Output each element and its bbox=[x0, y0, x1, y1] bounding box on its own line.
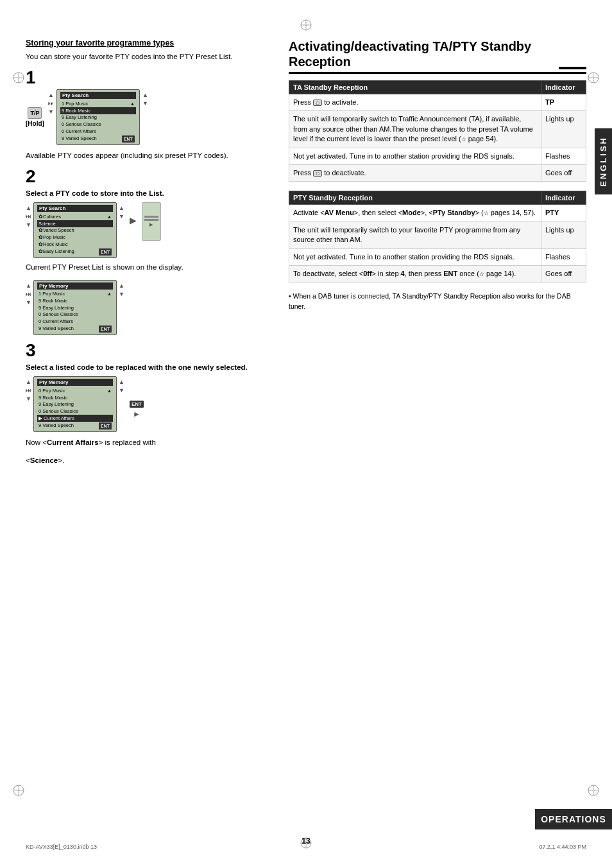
step2-lcd3-side: ▲ ⏭ ▼ bbox=[26, 280, 31, 306]
step3-wrapper: ▲ ⏭ ▼ Pty Memory 0 Pop Music ▲ 9 Rock Mu… bbox=[26, 376, 276, 432]
s3-up: ▲ bbox=[26, 282, 31, 289]
ref-icon2: ☆ bbox=[484, 210, 489, 216]
table2-col1-header: PTY Standby Reception bbox=[289, 191, 541, 205]
m-up2: ▲ bbox=[119, 282, 124, 289]
m-row6: 9 Varied Speech ENT bbox=[37, 325, 113, 333]
lcd-last-item: 9 Varied Speech bbox=[62, 135, 97, 142]
step2-number: 2 bbox=[26, 168, 276, 186]
step2-lcd1: Pty Search ✿Cultures ▲ Science ✿Varied S… bbox=[33, 202, 117, 258]
table-row: Not yet activated. Tune in to another st… bbox=[289, 148, 586, 164]
s2-row5: ✿Rock Music bbox=[37, 241, 113, 248]
step3-lcd: Pty Memory 0 Pop Music ▲ 9 Rock Music 9 … bbox=[33, 376, 117, 432]
m-dn2: ▼ bbox=[119, 291, 124, 297]
m-last: 9 Varied Speech bbox=[38, 326, 74, 332]
s2-ent: ENT bbox=[99, 248, 112, 256]
table1-col2-header: Indicator bbox=[541, 81, 586, 94]
step1-lcd-screen: Pty Search 1 Pop Music ▲ 9 Rock Music 9 … bbox=[56, 89, 140, 145]
ta-row3-indicator: Flashes bbox=[541, 148, 586, 164]
operations-badge: OPERATIONS bbox=[535, 809, 612, 829]
s2-row3: ✿Varied Speech bbox=[37, 227, 113, 234]
s2-scroll: ▲ bbox=[107, 214, 112, 220]
step3-forward-arrow: ► bbox=[133, 410, 140, 419]
left-column: Storing your favorite programme types Yo… bbox=[26, 39, 276, 473]
s3-ff: ⏭ bbox=[26, 291, 31, 297]
section-title: Storing your favorite programme types bbox=[26, 39, 276, 48]
page-container: ENGLISH Storing your favorite programme … bbox=[0, 0, 612, 868]
ta-row1-indicator: TP bbox=[541, 94, 586, 111]
step3-lcd-area: ▲ ⏭ ▼ Pty Memory 0 Pop Music ▲ 9 Rock Mu… bbox=[26, 376, 124, 432]
ta-row2-indicator: Lights up bbox=[541, 111, 586, 148]
pty-standby-table: PTY Standby Reception Indicator Activate… bbox=[289, 191, 586, 282]
ent-button-label: ENT bbox=[122, 135, 135, 143]
bullet-note: When a DAB tuner is connected, TA Standb… bbox=[289, 291, 586, 312]
section-intro: You can store your favorite PTY codes in… bbox=[26, 51, 276, 62]
step2-lcd2-small: ▶ bbox=[142, 202, 161, 241]
step3-lcd-title: Pty Memory bbox=[37, 379, 113, 386]
scroll-down-icon: ▼ bbox=[48, 108, 54, 115]
step2-ff-icon: ⏭ bbox=[26, 213, 31, 220]
step3-dn: ▼ bbox=[26, 395, 31, 402]
s3m-row5-sel: ▶ Current Affairs bbox=[37, 415, 113, 422]
pty-row3-indicator: Flashes bbox=[541, 248, 586, 265]
reg-mark-right-bottom bbox=[586, 783, 600, 797]
page-number: 13 bbox=[302, 837, 310, 846]
step3-number: 3 bbox=[26, 342, 276, 360]
s2-row6: ✿Easy Listening ENT bbox=[37, 248, 113, 256]
footer-left: KD-AVX33[E]_0130.indb 13 bbox=[26, 844, 97, 850]
step2-lcd1-title: Pty Search bbox=[37, 205, 113, 212]
lcd-row-1: 1 Pop Music ▲ bbox=[60, 100, 136, 107]
footer-right: 07.2.1 4:44:03 PM bbox=[539, 844, 586, 850]
s2-row2-sel: Science bbox=[37, 220, 113, 227]
table-row: The unit will temporarily switch to your… bbox=[289, 221, 586, 248]
step3-ent-badge: ENT bbox=[130, 401, 144, 408]
s3m-row6: 9 Varied Speech ENT bbox=[37, 422, 113, 430]
s2-row1: ✿Cultures ▲ bbox=[37, 213, 113, 220]
step2-lcd3: Pty Memory 1 Pop Music ▲ 9 Rock Music 9 … bbox=[33, 280, 117, 336]
reg-mark-right-top bbox=[586, 71, 600, 85]
s2-last: ✿Easy Listening bbox=[38, 248, 74, 255]
table-row: Activate <AV Menu>, then select <Mode>, … bbox=[289, 205, 586, 221]
step1-lcd-title: Pty Search bbox=[60, 92, 136, 99]
tp-button[interactable]: T/P bbox=[28, 107, 42, 119]
step3-arrow-ent: ENT ► bbox=[130, 390, 144, 419]
step2-lcd3-right: ▲ ▼ bbox=[119, 280, 124, 297]
table-row: To deactivate, select <0ff> in step 4, t… bbox=[289, 265, 586, 282]
s3m-scroll: ▲ bbox=[107, 388, 112, 394]
lcd-row-5: 0 Current Affairs bbox=[60, 128, 136, 135]
m-row2: 9 Rock Music bbox=[37, 297, 113, 304]
s3m-row2: 9 Rock Music bbox=[37, 394, 113, 401]
step2-down-icon: ▼ bbox=[26, 221, 31, 228]
step2-note: Current PTY Preset List is shown on the … bbox=[26, 262, 276, 273]
step2-lcd-wrapper: ▲ ⏭ ▼ Pty Search ✿Cultures ▲ Science ✿Va… bbox=[26, 202, 276, 258]
ta-row1-desc: Press □ to activate. bbox=[289, 94, 541, 111]
main-content: Storing your favorite programme types Yo… bbox=[26, 32, 586, 473]
heading-text: Activating/deactivating TA/PTY Standby R… bbox=[289, 39, 552, 69]
m-row5: 0 Current Affairs bbox=[37, 318, 113, 326]
step1-device: T/P [Hold] ▲ ⏭ ▼ Pty Search 1 Pop Music … bbox=[26, 89, 276, 145]
step1-tp-button-area: T/P [Hold] bbox=[26, 107, 44, 127]
step3-up2: ▲ bbox=[119, 379, 124, 385]
s3m-last: 9 Varied Speech bbox=[38, 422, 74, 429]
table-row: Press □ to activate. TP bbox=[289, 94, 586, 111]
table1-col1-header: TA Standby Reception bbox=[289, 81, 541, 94]
pty-row2-desc: The unit will temporarily switch to your… bbox=[289, 221, 541, 248]
ta-row3-desc: Not yet activated. Tune in to another st… bbox=[289, 148, 541, 164]
s2-row4: ✿Pop Music bbox=[37, 234, 113, 241]
reg-mark-left-top bbox=[12, 71, 26, 85]
step3-side: ▲ ⏭ ▼ bbox=[26, 376, 31, 402]
tp-button-icon: □ bbox=[313, 100, 322, 106]
ta-row4-desc: Press □ to deactivate. bbox=[289, 164, 541, 181]
ta-row4-indicator: Goes off bbox=[541, 164, 586, 181]
ref-icon: ☆ bbox=[461, 136, 466, 143]
pty-row4-indicator: Goes off bbox=[541, 265, 586, 282]
pty-row4-desc: To deactivate, select <0ff> in step 4, t… bbox=[289, 265, 541, 282]
m-scroll: ▲ bbox=[107, 291, 112, 297]
lcd-row-4: 0 Serious Classics bbox=[60, 121, 136, 128]
lcd-row-3: 9 Easy Listening bbox=[60, 114, 136, 121]
english-sidebar: ENGLISH bbox=[595, 128, 612, 195]
table2-header-row: PTY Standby Reception Indicator bbox=[289, 191, 586, 205]
tp-label: T/P bbox=[30, 110, 39, 116]
right-column: Activating/deactivating TA/PTY Standby R… bbox=[289, 39, 586, 473]
m-ent: ENT bbox=[99, 326, 112, 333]
tp-deactivate-icon: □ bbox=[313, 170, 322, 177]
